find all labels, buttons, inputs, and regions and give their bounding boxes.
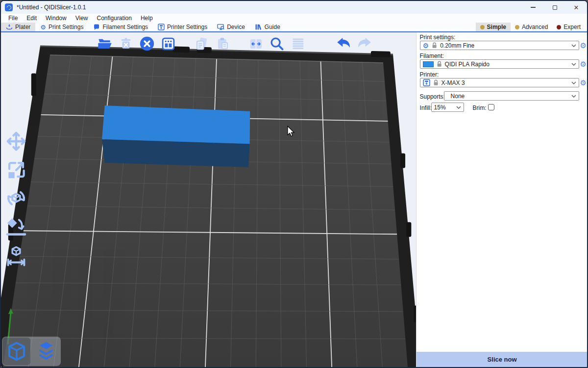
settings-sidebar: Print settings: ⚙ 0.20mm Fine ⚙ Filament… — [416, 32, 587, 367]
filament-select[interactable]: QIDI PLA Rapido — [420, 59, 579, 69]
infill-select[interactable]: 15% — [431, 103, 464, 112]
paste-icon — [215, 36, 230, 52]
printer-gear-button[interactable]: ⚙ — [580, 79, 588, 86]
infill-label: Infill: — [420, 105, 432, 111]
scale-gizmo-button[interactable] — [4, 158, 28, 181]
split-instances-button[interactable] — [247, 35, 264, 52]
menu-file[interactable]: File — [4, 14, 22, 23]
arrange-button[interactable] — [160, 35, 176, 52]
mode-advanced[interactable]: Advanced — [511, 23, 552, 31]
guide-books-icon — [255, 24, 262, 30]
3d-viewport[interactable] — [1, 32, 416, 367]
redo-icon — [356, 35, 373, 52]
tab-bar: Plater ⚙ Print Settings Filament Setting… — [1, 23, 587, 32]
supports-label: Supports: — [420, 93, 445, 100]
filament-color-swatch — [423, 61, 434, 67]
mode-dot-icon — [557, 25, 561, 29]
printer-select[interactable]: X-MAX 3 — [420, 78, 579, 87]
delete-button[interactable] — [118, 35, 134, 52]
place-on-face-icon — [5, 215, 27, 238]
window-title: *Untitled - QIDISlicer-1.0.1 — [17, 4, 86, 11]
scale-icon — [5, 158, 27, 181]
mode-label: Simple — [487, 24, 506, 30]
mode-switch: Simple Advanced Expert — [476, 23, 587, 31]
chevron-down-icon — [571, 44, 576, 48]
chevron-down-icon — [456, 105, 461, 109]
tab-filament-settings[interactable]: Filament Settings — [88, 23, 153, 31]
close-button[interactable]: ✕ — [565, 1, 587, 14]
menu-configuration[interactable]: Configuration — [93, 14, 136, 23]
brim-checkbox[interactable] — [488, 104, 494, 110]
mode-label: Advanced — [522, 24, 548, 30]
filament-icon — [93, 24, 100, 30]
gear-icon: ⚙ — [423, 42, 429, 49]
print-settings-gear-button[interactable]: ⚙ — [580, 42, 588, 49]
minimize-button[interactable] — [522, 1, 544, 14]
mode-dot-icon — [515, 25, 519, 29]
tab-label: Print Settings — [49, 24, 83, 30]
tab-print-settings[interactable]: ⚙ Print Settings — [35, 23, 88, 31]
device-icon — [217, 24, 224, 30]
rotate-gizmo-button[interactable] — [4, 186, 28, 210]
maximize-button[interactable] — [544, 1, 565, 14]
layers-view-icon — [35, 341, 57, 362]
measure-icon — [5, 244, 27, 266]
mode-simple[interactable]: Simple — [476, 23, 511, 31]
menu-help[interactable]: Help — [136, 14, 157, 23]
tab-plater[interactable]: Plater — [1, 23, 35, 31]
preview-layers-view-button[interactable] — [32, 338, 60, 365]
rotate-icon — [5, 187, 27, 210]
redo-button[interactable] — [356, 35, 373, 52]
tab-label: Plater — [15, 24, 30, 30]
print-settings-select[interactable]: ⚙ 0.20mm Fine — [420, 41, 579, 50]
print-bed-scene — [1, 32, 416, 367]
copy-icon — [194, 36, 209, 52]
printer-icon — [423, 79, 430, 86]
delete-trash-icon — [119, 36, 133, 51]
split-instances-icon — [248, 36, 264, 52]
chevron-down-icon — [571, 62, 576, 66]
app-window: *Untitled - QIDISlicer-1.0.1 ✕ File Edit… — [0, 0, 588, 368]
menu-edit[interactable]: Edit — [22, 14, 41, 23]
tab-printer-settings[interactable]: Printer Settings — [153, 23, 212, 31]
delete-all-icon — [139, 36, 155, 52]
filament-label: Filament: — [420, 53, 444, 59]
chevron-down-icon — [571, 94, 576, 98]
delete-all-button[interactable] — [139, 35, 155, 52]
paste-button[interactable] — [214, 35, 231, 52]
move-icon — [5, 130, 27, 153]
infill-value: 15% — [434, 104, 446, 111]
copy-button[interactable] — [193, 35, 210, 52]
title-bar: *Untitled - QIDISlicer-1.0.1 ✕ — [1, 1, 587, 14]
printer-value: X-MAX 3 — [441, 79, 465, 86]
plater-icon — [6, 24, 13, 30]
menu-window[interactable]: Window — [41, 14, 71, 23]
search-button[interactable] — [269, 35, 285, 52]
lock-icon — [437, 61, 442, 67]
mode-expert[interactable]: Expert — [552, 23, 585, 31]
move-gizmo-button[interactable] — [4, 130, 28, 153]
view-toggle-bar — [2, 337, 61, 366]
undo-button[interactable] — [335, 35, 352, 52]
plater-toolbar — [97, 33, 373, 54]
printer-label: Printer: — [420, 71, 439, 78]
3d-view-cube-icon — [6, 341, 27, 362]
tab-label: Guide — [265, 24, 280, 30]
variable-layer-height-button[interactable] — [290, 35, 306, 52]
filament-value: QIDI PLA Rapido — [445, 61, 490, 68]
open-folder-button[interactable] — [97, 35, 113, 52]
menu-view[interactable]: View — [71, 14, 93, 23]
place-on-face-gizmo-button[interactable] — [4, 215, 28, 238]
app-logo-icon — [5, 3, 13, 11]
filament-gear-button[interactable]: ⚙ — [580, 60, 588, 68]
measure-gizmo-button[interactable] — [4, 243, 28, 266]
tab-label: Filament Settings — [102, 24, 148, 30]
tab-guide[interactable]: Guide — [250, 23, 285, 31]
slice-now-button[interactable]: Slice now — [416, 352, 588, 367]
3d-editor-view-button[interactable] — [3, 338, 30, 365]
supports-select[interactable]: None — [444, 91, 579, 101]
print-settings-label: Print settings: — [420, 34, 456, 41]
chevron-down-icon — [571, 81, 576, 85]
tab-device[interactable]: Device — [212, 23, 250, 31]
open-folder-icon — [97, 36, 113, 52]
